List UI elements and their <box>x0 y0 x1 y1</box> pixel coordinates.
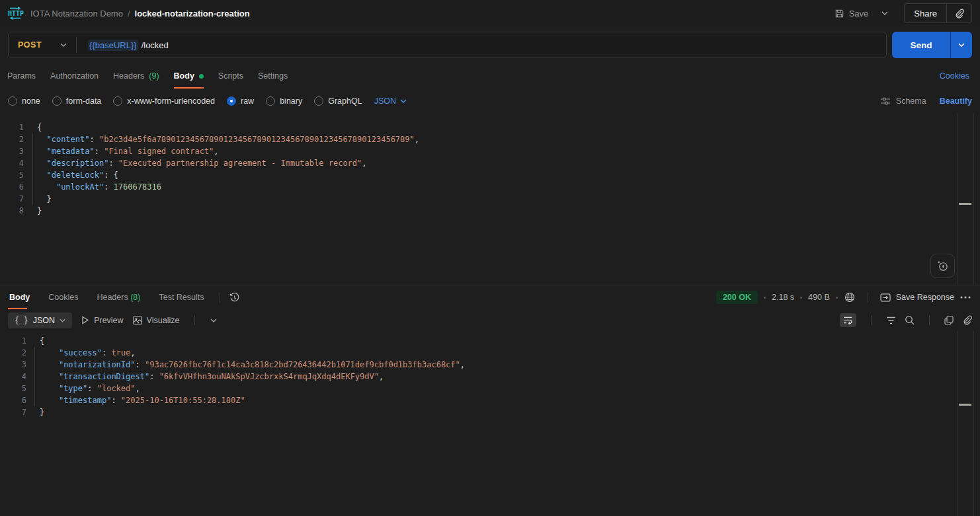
request-body-editor[interactable]: 1{2 "content": "b2c3d4e5f6a7890123456789… <box>0 113 980 285</box>
body-type-none[interactable]: none <box>8 96 40 106</box>
code-text: "content": "b2c3d4e5f6a78901234567890123… <box>24 133 419 145</box>
url-input[interactable]: {{baseURL}} /locked <box>77 40 886 51</box>
tab-label: Test Results <box>159 293 204 302</box>
status-badge[interactable]: 200 OK <box>716 291 758 304</box>
code-line: 4 "description": "Executed partnership a… <box>0 157 980 169</box>
line-number: 4 <box>0 371 26 383</box>
response-tab-test-results[interactable]: Test Results <box>149 285 213 309</box>
radio-label: none <box>22 96 40 106</box>
beautify-button[interactable]: Beautify <box>940 96 972 106</box>
send-options-caret[interactable] <box>950 32 972 58</box>
url-variable-chip[interactable]: {{baseURL}} <box>88 40 138 51</box>
postman-app: { "topbar": { "http_badge": "HTTP", "col… <box>0 0 980 516</box>
link-icon[interactable] <box>962 315 972 325</box>
body-type-options: none form-data x-www-form-urlencoded raw… <box>0 89 980 113</box>
response-tab-headers[interactable]: Headers (8) <box>87 285 149 309</box>
copy-icon[interactable] <box>944 316 954 325</box>
preview-label: Preview <box>94 316 123 325</box>
save-options-caret[interactable] <box>876 7 893 19</box>
scrollbar-thumb[interactable] <box>959 203 971 205</box>
request-url-bar: POST {{baseURL}} /locked Send <box>0 26 980 63</box>
copy-link-icon[interactable] <box>947 4 971 22</box>
tab-headers[interactable]: Headers (9) <box>106 63 167 89</box>
body-type-binary[interactable]: binary <box>266 96 302 106</box>
line-number: 7 <box>0 406 26 418</box>
more-options-icon[interactable] <box>960 296 971 299</box>
tab-authorization[interactable]: Authorization <box>43 63 106 89</box>
tab-settings[interactable]: Settings <box>251 63 295 89</box>
code-line: 7 } <box>0 193 980 205</box>
code-line: 2 "success": true, <box>0 347 980 359</box>
line-number: 6 <box>0 181 24 193</box>
save-response-label: Save Response <box>896 293 954 302</box>
body-type-urlencoded[interactable]: x-www-form-urlencoded <box>113 96 215 106</box>
postbot-button[interactable] <box>930 254 955 278</box>
preview-button[interactable]: Preview <box>81 316 123 325</box>
format-label: JSON <box>374 96 396 106</box>
line-number: 6 <box>0 394 26 406</box>
code-text: { <box>24 122 42 133</box>
send-button-group: Send <box>892 32 972 58</box>
code-text: "deleteLock": { <box>24 169 118 181</box>
topbar-actions: Save Share <box>831 3 972 23</box>
breadcrumb-request-name[interactable]: locked-notarization-creation <box>135 9 250 18</box>
more-views-caret[interactable] <box>210 318 217 322</box>
body-type-form-data[interactable]: form-data <box>52 96 102 106</box>
response-size[interactable]: 490 B <box>808 293 830 302</box>
code-text: "unlockAt": 1760678316 <box>24 181 161 193</box>
search-icon[interactable] <box>905 315 915 325</box>
save-response-button[interactable]: Save Response <box>880 293 954 302</box>
line-number: 3 <box>0 145 24 157</box>
line-number: 2 <box>0 133 24 145</box>
tab-params[interactable]: Params <box>0 63 43 89</box>
line-number: 8 <box>0 205 24 217</box>
network-globe-icon[interactable] <box>844 291 856 303</box>
tab-label: Body <box>174 71 194 81</box>
tab-body[interactable]: Body <box>167 63 211 89</box>
chevron-down-icon <box>60 43 67 47</box>
code-line: 8} <box>0 205 980 217</box>
response-body-viewer[interactable]: 1{2 "success": true,3 "notarizationId": … <box>0 331 980 516</box>
dot-separator <box>836 297 838 299</box>
response-toolbar: { } JSON Preview Visualize <box>0 309 980 331</box>
divider <box>871 315 872 325</box>
send-button[interactable]: Send <box>892 32 950 58</box>
visualize-label: Visualize <box>147 316 180 325</box>
response-time[interactable]: 2.18 s <box>772 293 794 302</box>
response-tab-cookies[interactable]: Cookies <box>39 285 87 309</box>
raw-format-select[interactable]: JSON <box>374 96 407 106</box>
response-tab-body[interactable]: Body <box>0 285 39 309</box>
code-text: "type": "locked", <box>26 383 140 394</box>
scrollbar-thumb[interactable] <box>959 404 971 406</box>
tab-label: Settings <box>258 71 288 81</box>
wrap-text-icon[interactable] <box>840 313 856 327</box>
body-type-graphql[interactable]: GraphQL <box>314 96 362 106</box>
radio-icon <box>52 96 61 106</box>
visualize-button[interactable]: Visualize <box>133 316 180 325</box>
tab-label: Headers <box>113 71 144 81</box>
scrollbar-track <box>973 331 974 516</box>
schema-button[interactable]: Schema <box>880 96 926 106</box>
code-text: "timestamp": "2025-10-16T10:55:28.180Z" <box>26 394 245 406</box>
code-line: 6 "unlockAt": 1760678316 <box>0 181 980 193</box>
cookies-link[interactable]: Cookies <box>929 63 980 89</box>
filter-icon[interactable] <box>886 316 896 324</box>
save-button[interactable]: Save <box>831 5 873 22</box>
share-button[interactable]: Share <box>905 9 946 18</box>
body-type-raw[interactable]: raw <box>227 96 254 106</box>
code-line: 3 "notarizationId": "93ac7626fbc76f1c14c… <box>0 359 980 371</box>
code-text: "description": "Executed partnership agr… <box>24 157 367 169</box>
breadcrumb-collection[interactable]: IOTA Notarization Demo <box>30 9 123 18</box>
code-line: 5 "deleteLock": { <box>0 169 980 181</box>
radio-icon <box>113 96 122 106</box>
play-icon <box>81 316 89 324</box>
tab-scripts[interactable]: Scripts <box>211 63 251 89</box>
save-response-icon <box>880 293 891 302</box>
response-history-icon[interactable] <box>226 285 243 309</box>
radio-icon <box>8 96 17 106</box>
method-selector[interactable]: POST <box>9 40 76 50</box>
svg-text:HTTP: HTTP <box>8 10 24 17</box>
code-line: 2 "content": "b2c3d4e5f6a789012345678901… <box>0 133 980 145</box>
response-format-select[interactable]: { } JSON <box>8 313 72 328</box>
response-pane: Body Cookies Headers (8) Test Results 20… <box>0 285 980 516</box>
